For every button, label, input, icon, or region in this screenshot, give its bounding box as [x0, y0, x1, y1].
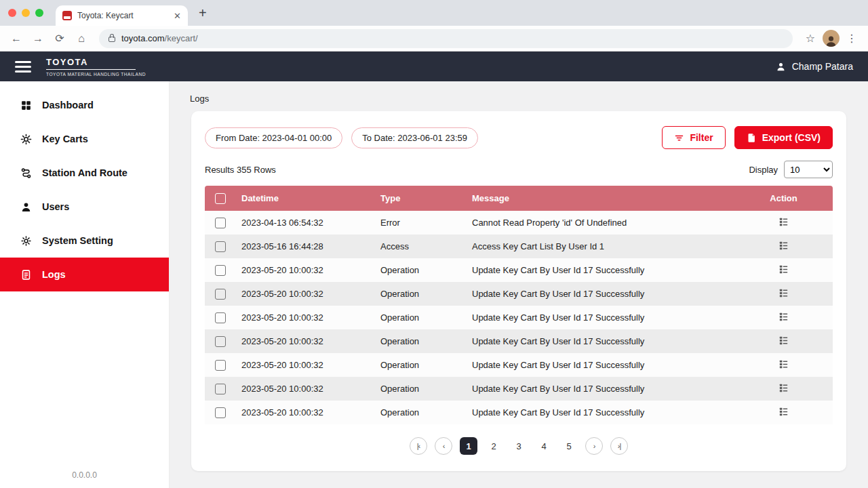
table-row: 2023-05-20 10:00:32 Operation Update Key…: [205, 329, 833, 353]
hamburger-menu-icon[interactable]: [15, 61, 31, 73]
minimize-window-button[interactable]: [22, 9, 30, 17]
cell-type: Operation: [375, 401, 467, 424]
cell-type: Operation: [375, 282, 467, 306]
app-version: 0.0.0.0: [0, 470, 169, 480]
results-row: Results 355 Rows Display 10: [205, 161, 833, 178]
cell-message: Update Key Cart By User Id 17 Successful…: [467, 329, 734, 353]
cell-message: Update Key Cart By User Id 17 Successful…: [467, 306, 734, 329]
row-checkbox[interactable]: [215, 265, 226, 276]
table-header-row: Datetime Type Message Action: [205, 186, 833, 211]
reload-icon[interactable]: ⟳: [50, 29, 69, 48]
main-content: Logs From Date: 2023-04-01 00:00 To Date…: [170, 81, 868, 488]
list-detail-icon[interactable]: [778, 382, 789, 394]
bookmark-star-icon[interactable]: ☆: [801, 29, 820, 48]
forward-icon[interactable]: →: [28, 29, 47, 48]
home-icon[interactable]: ⌂: [72, 29, 91, 48]
prev-page-button[interactable]: ‹: [435, 437, 452, 455]
row-checkbox[interactable]: [215, 289, 226, 300]
display-select[interactable]: 10: [784, 161, 833, 178]
list-detail-icon[interactable]: [778, 406, 789, 418]
user-name: Champ Patara: [792, 61, 853, 72]
list-detail-icon[interactable]: [778, 287, 789, 299]
cell-type: Operation: [375, 258, 467, 282]
sidebar-item-system-setting[interactable]: System Setting: [0, 224, 169, 258]
sidebar-item-station-and-route[interactable]: Station And Route: [0, 156, 169, 190]
breadcrumb: Logs: [170, 81, 868, 111]
browser-tab[interactable]: Toyota: Keycart ✕: [56, 5, 188, 26]
next-page-button[interactable]: ›: [585, 437, 603, 455]
cell-action: [734, 258, 833, 282]
logo-title: TOYOTA: [46, 57, 136, 70]
page-button-2[interactable]: 2: [485, 437, 502, 455]
sidebar-item-dashboard[interactable]: Dashboard: [0, 88, 169, 122]
list-detail-icon[interactable]: [778, 335, 789, 346]
row-checkbox-cell: [205, 353, 236, 377]
logs-icon: [20, 269, 32, 281]
list-detail-icon[interactable]: [778, 264, 789, 275]
select-all-checkbox[interactable]: [215, 193, 226, 204]
sidebar-item-key-carts[interactable]: Key Carts: [0, 122, 169, 156]
list-detail-icon[interactable]: [778, 311, 789, 323]
settings-icon: [20, 235, 32, 247]
page-button-5[interactable]: 5: [560, 437, 578, 455]
page-button-3[interactable]: 3: [510, 437, 528, 455]
tab-close-icon[interactable]: ✕: [174, 12, 181, 20]
tab-title: Toyota: Keycart: [77, 11, 168, 20]
cell-message: Update Key Cart By User Id 17 Successful…: [467, 353, 734, 377]
last-page-button[interactable]: ›|: [610, 437, 628, 455]
logs-card: From Date: 2023-04-01 00:00 To Date: 202…: [191, 111, 846, 471]
dashboard-icon: [20, 100, 32, 111]
lock-icon: [108, 37, 115, 42]
person-icon: [825, 34, 837, 47]
app-header: TOYOTA TOYOTA MATERIAL HANDLING THAILAND…: [0, 52, 868, 81]
page-button-4[interactable]: 4: [535, 437, 553, 455]
page-button-1[interactable]: 1: [460, 437, 477, 455]
row-checkbox[interactable]: [215, 336, 226, 347]
user-menu[interactable]: Champ Patara: [776, 61, 853, 72]
sidebar-item-label: Dashboard: [42, 100, 94, 110]
cell-message: Update Key Cart By User Id 17 Successful…: [467, 282, 734, 306]
list-detail-icon[interactable]: [778, 359, 789, 370]
row-checkbox[interactable]: [215, 360, 226, 371]
toyota-logo: TOYOTA TOYOTA MATERIAL HANDLING THAILAND: [46, 57, 146, 77]
close-window-button[interactable]: [8, 9, 16, 17]
header-datetime: Datetime: [236, 186, 375, 211]
sidebar-item-users[interactable]: Users: [0, 190, 169, 224]
new-tab-button[interactable]: +: [199, 5, 207, 21]
row-checkbox-cell: [205, 235, 236, 258]
sidebar-item-label: System Setting: [42, 235, 113, 246]
display-label: Display: [749, 165, 778, 175]
table-row: 2023-05-20 10:00:32 Operation Update Key…: [205, 353, 833, 377]
user-icon: [20, 201, 32, 213]
row-checkbox[interactable]: [215, 407, 226, 418]
address-bar[interactable]: toyota.com/keycart/: [99, 29, 793, 48]
browser-profile-avatar[interactable]: [823, 30, 840, 47]
list-detail-icon[interactable]: [778, 240, 789, 251]
cell-action: [734, 211, 833, 235]
cell-action: [734, 282, 833, 306]
first-page-button[interactable]: |‹: [410, 437, 427, 455]
export-csv-button[interactable]: Export (CSV): [734, 126, 833, 149]
sidebar-item-logs[interactable]: Logs: [0, 258, 169, 291]
results-summary: Results 355 Rows: [205, 165, 276, 175]
to-date-chip[interactable]: To Date: 2023-06-01 23:59: [351, 127, 478, 148]
cell-action: [734, 235, 833, 258]
person-icon: [776, 62, 786, 72]
row-checkbox[interactable]: [215, 241, 226, 252]
table-row: 2023-05-20 10:00:32 Operation Update Key…: [205, 258, 833, 282]
row-checkbox[interactable]: [215, 384, 226, 394]
cell-action: [734, 401, 833, 424]
browser-menu-icon[interactable]: ⋮: [842, 29, 861, 48]
row-checkbox[interactable]: [215, 218, 226, 228]
row-checkbox[interactable]: [215, 312, 226, 323]
row-checkbox-cell: [205, 306, 236, 329]
maximize-window-button[interactable]: [35, 9, 43, 17]
cell-datetime: 2023-05-20 10:00:32: [236, 306, 375, 329]
table-row: 2023-05-20 10:00:32 Operation Update Key…: [205, 401, 833, 424]
export-button-label: Export (CSV): [762, 132, 821, 143]
list-detail-icon[interactable]: [778, 216, 789, 228]
filter-button[interactable]: Filter: [662, 126, 725, 149]
from-date-chip[interactable]: From Date: 2023-04-01 00:00: [205, 127, 342, 148]
row-checkbox-cell: [205, 401, 236, 424]
back-icon[interactable]: ←: [7, 29, 26, 48]
